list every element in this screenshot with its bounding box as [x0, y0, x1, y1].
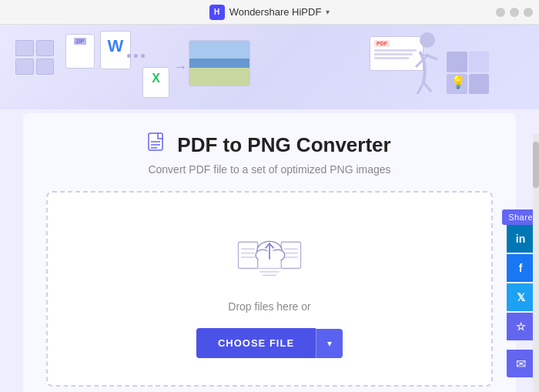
grid-cell — [36, 40, 55, 56]
app-logo: H — [209, 5, 225, 20]
excel-icon-decoration: X — [142, 67, 169, 98]
svg-point-0 — [420, 32, 435, 48]
title-bar: H Wondershare HiPDF ▾ — [0, 0, 539, 25]
grid-cell — [469, 74, 490, 95]
main-content-area: PDF to PNG Converter Convert PDF file to… — [23, 113, 516, 392]
twitter-share-button[interactable]: 𝕏 — [507, 283, 534, 311]
svg-rect-5 — [239, 242, 258, 268]
grid-cell — [447, 52, 467, 72]
favorite-button[interactable]: ☆ — [507, 313, 534, 340]
pdf-to-png-icon — [148, 132, 169, 157]
grid-cell — [36, 59, 55, 75]
word-icon-decoration: W — [100, 31, 131, 69]
choose-file-button[interactable]: CHOOSE FILE — [196, 328, 316, 358]
facebook-share-button[interactable]: f — [507, 254, 534, 282]
app-logo-icon: H — [214, 8, 219, 16]
grid-cell — [15, 40, 34, 56]
win-minimize-btn[interactable] — [510, 8, 519, 17]
dropdown-arrow-icon: ▾ — [327, 338, 332, 349]
choose-file-dropdown-button[interactable]: ▾ — [316, 329, 343, 358]
converter-subtitle: Convert PDF file to a set of optimized P… — [46, 163, 493, 176]
pdf-label: PDF — [374, 40, 390, 47]
drop-files-label: Drop files here or — [228, 300, 310, 313]
share-buttons: in f 𝕏 ☆ — [507, 225, 534, 340]
scrollbar[interactable] — [533, 134, 539, 392]
mountain-image — [189, 41, 249, 85]
dots-connector — [127, 54, 145, 58]
window-controls — [496, 8, 533, 17]
upload-illustration — [235, 223, 304, 285]
zip-icon-decoration: ZIP — [65, 34, 95, 69]
banner-decorations: ZIP W X → PDF — [0, 25, 539, 109]
character-illustration — [393, 28, 439, 105]
title-bar-content: H Wondershare HiPDF ▾ — [209, 5, 330, 20]
converter-title-row: PDF to PNG Converter — [46, 132, 493, 157]
star-icon: ☆ — [516, 320, 526, 333]
image-decoration — [189, 40, 250, 86]
app-title: Wondershare HiPDF — [229, 6, 322, 18]
linkedin-icon: in — [516, 233, 525, 245]
grid-cell — [15, 59, 34, 75]
arrow-icon: → — [173, 59, 187, 75]
zip-label: ZIP — [74, 38, 87, 45]
dot — [134, 54, 138, 58]
twitter-icon: 𝕏 — [517, 291, 525, 303]
facebook-icon: f — [519, 262, 523, 274]
word-letter: W — [108, 36, 124, 56]
grid-cell — [469, 52, 490, 72]
scrollbar-thumb[interactable] — [533, 142, 539, 188]
title-chevron-icon[interactable]: ▾ — [326, 8, 330, 16]
converter-title: PDF to PNG Converter — [177, 133, 390, 157]
win-maximize-btn[interactable] — [524, 8, 533, 17]
excel-letter: X — [152, 72, 160, 85]
drop-zone[interactable]: Drop files here or CHOOSE FILE ▾ — [46, 191, 493, 387]
dot — [141, 54, 145, 58]
win-close-btn[interactable] — [496, 8, 505, 17]
grid-decoration-left — [15, 40, 54, 75]
hero-banner: ZIP W X → PDF — [0, 25, 539, 109]
email-icon: ✉ — [516, 357, 526, 371]
linkedin-share-button[interactable]: in — [507, 225, 534, 253]
lightbulb-icon: 💡 — [450, 75, 466, 89]
choose-file-row: CHOOSE FILE ▾ — [196, 328, 343, 358]
email-button[interactable]: ✉ — [507, 350, 534, 377]
dot — [127, 54, 131, 58]
